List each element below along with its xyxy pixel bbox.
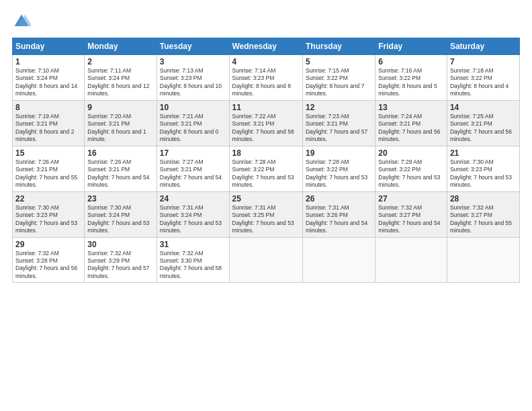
day-info: Sunrise: 7:14 AMSunset: 3:23 PMDaylight:… xyxy=(232,67,300,98)
calendar-cell xyxy=(447,237,519,283)
day-number: 2 xyxy=(87,57,153,66)
calendar-week-4: 29Sunrise: 7:32 AMSunset: 3:28 PMDayligh… xyxy=(13,237,520,283)
logo xyxy=(12,12,34,31)
calendar-cell: 28Sunrise: 7:32 AMSunset: 3:27 PMDayligh… xyxy=(447,191,519,237)
calendar-week-2: 15Sunrise: 7:26 AMSunset: 3:21 PMDayligh… xyxy=(13,146,520,191)
calendar-cell: 31Sunrise: 7:32 AMSunset: 3:30 PMDayligh… xyxy=(157,237,229,283)
day-number: 30 xyxy=(87,240,153,249)
calendar-cell: 3Sunrise: 7:13 AMSunset: 3:23 PMDaylight… xyxy=(157,55,229,101)
calendar-cell: 1Sunrise: 7:10 AMSunset: 3:24 PMDaylight… xyxy=(13,55,85,101)
day-number: 27 xyxy=(378,194,444,203)
day-info: Sunrise: 7:30 AMSunset: 3:23 PMDaylight:… xyxy=(15,204,81,235)
day-info: Sunrise: 7:28 AMSunset: 3:22 PMDaylight:… xyxy=(232,158,300,189)
calendar-cell: 23Sunrise: 7:30 AMSunset: 3:24 PMDayligh… xyxy=(85,191,157,237)
calendar-cell: 22Sunrise: 7:30 AMSunset: 3:23 PMDayligh… xyxy=(13,191,85,237)
day-info: Sunrise: 7:24 AMSunset: 3:21 PMDaylight:… xyxy=(378,113,444,144)
calendar-cell: 2Sunrise: 7:11 AMSunset: 3:24 PMDaylight… xyxy=(85,55,157,101)
day-number: 19 xyxy=(306,148,372,158)
day-of-week-thursday: Thursday xyxy=(302,38,375,55)
day-info: Sunrise: 7:29 AMSunset: 3:22 PMDaylight:… xyxy=(378,158,444,189)
calendar-cell: 9Sunrise: 7:20 AMSunset: 3:21 PMDaylight… xyxy=(85,100,157,146)
day-number: 5 xyxy=(306,57,372,66)
calendar-cell: 18Sunrise: 7:28 AMSunset: 3:22 PMDayligh… xyxy=(229,146,302,191)
day-number: 4 xyxy=(232,57,300,66)
day-of-week-sunday: Sunday xyxy=(13,38,85,55)
day-info: Sunrise: 7:26 AMSunset: 3:21 PMDaylight:… xyxy=(87,158,153,189)
calendar: SundayMondayTuesdayWednesdayThursdayFrid… xyxy=(12,38,520,283)
day-number: 31 xyxy=(160,240,226,249)
calendar-week-1: 8Sunrise: 7:19 AMSunset: 3:21 PMDaylight… xyxy=(13,100,520,146)
day-info: Sunrise: 7:32 AMSunset: 3:27 PMDaylight:… xyxy=(450,204,517,235)
day-of-week-wednesday: Wednesday xyxy=(229,38,302,55)
day-of-week-friday: Friday xyxy=(375,38,447,55)
day-info: Sunrise: 7:25 AMSunset: 3:21 PMDaylight:… xyxy=(450,113,517,144)
calendar-cell: 11Sunrise: 7:22 AMSunset: 3:21 PMDayligh… xyxy=(229,100,302,146)
day-number: 21 xyxy=(450,148,517,158)
day-info: Sunrise: 7:15 AMSunset: 3:22 PMDaylight:… xyxy=(306,67,372,98)
calendar-cell: 13Sunrise: 7:24 AMSunset: 3:21 PMDayligh… xyxy=(375,100,447,146)
day-number: 16 xyxy=(87,148,153,158)
calendar-cell: 8Sunrise: 7:19 AMSunset: 3:21 PMDaylight… xyxy=(13,100,85,146)
calendar-cell xyxy=(375,237,447,283)
day-info: Sunrise: 7:30 AMSunset: 3:24 PMDaylight:… xyxy=(87,204,153,235)
day-info: Sunrise: 7:31 AMSunset: 3:25 PMDaylight:… xyxy=(232,204,300,235)
day-info: Sunrise: 7:19 AMSunset: 3:21 PMDaylight:… xyxy=(15,113,81,144)
calendar-cell xyxy=(302,237,375,283)
calendar-week-0: 1Sunrise: 7:10 AMSunset: 3:24 PMDaylight… xyxy=(13,55,520,101)
day-number: 3 xyxy=(160,57,226,66)
day-number: 29 xyxy=(15,240,81,249)
calendar-cell xyxy=(229,237,302,283)
day-info: Sunrise: 7:16 AMSunset: 3:22 PMDaylight:… xyxy=(378,67,444,98)
calendar-cell: 15Sunrise: 7:26 AMSunset: 3:21 PMDayligh… xyxy=(13,146,85,191)
calendar-cell: 29Sunrise: 7:32 AMSunset: 3:28 PMDayligh… xyxy=(13,237,85,283)
day-number: 18 xyxy=(232,148,300,158)
calendar-cell: 20Sunrise: 7:29 AMSunset: 3:22 PMDayligh… xyxy=(375,146,447,191)
day-number: 8 xyxy=(15,103,81,112)
calendar-cell: 26Sunrise: 7:31 AMSunset: 3:26 PMDayligh… xyxy=(302,191,375,237)
calendar-header-row: SundayMondayTuesdayWednesdayThursdayFrid… xyxy=(13,38,520,55)
day-info: Sunrise: 7:31 AMSunset: 3:26 PMDaylight:… xyxy=(306,204,372,235)
calendar-cell: 19Sunrise: 7:28 AMSunset: 3:22 PMDayligh… xyxy=(302,146,375,191)
day-of-week-monday: Monday xyxy=(85,38,157,55)
calendar-cell: 12Sunrise: 7:23 AMSunset: 3:21 PMDayligh… xyxy=(302,100,375,146)
day-number: 28 xyxy=(450,194,517,203)
day-info: Sunrise: 7:32 AMSunset: 3:30 PMDaylight:… xyxy=(160,250,226,281)
day-info: Sunrise: 7:22 AMSunset: 3:21 PMDaylight:… xyxy=(232,113,300,144)
day-info: Sunrise: 7:23 AMSunset: 3:21 PMDaylight:… xyxy=(306,113,372,144)
day-number: 26 xyxy=(306,194,372,203)
day-number: 17 xyxy=(160,148,226,158)
day-info: Sunrise: 7:32 AMSunset: 3:29 PMDaylight:… xyxy=(87,250,153,281)
calendar-cell: 30Sunrise: 7:32 AMSunset: 3:29 PMDayligh… xyxy=(85,237,157,283)
day-number: 15 xyxy=(15,148,81,158)
day-number: 22 xyxy=(15,194,81,203)
day-info: Sunrise: 7:21 AMSunset: 3:21 PMDaylight:… xyxy=(160,113,226,144)
calendar-cell: 14Sunrise: 7:25 AMSunset: 3:21 PMDayligh… xyxy=(447,100,519,146)
day-number: 14 xyxy=(450,103,517,112)
day-of-week-tuesday: Tuesday xyxy=(157,38,229,55)
day-number: 7 xyxy=(450,57,517,66)
header xyxy=(12,12,520,31)
day-number: 9 xyxy=(87,103,153,112)
day-number: 1 xyxy=(15,57,81,66)
day-info: Sunrise: 7:26 AMSunset: 3:21 PMDaylight:… xyxy=(15,158,81,189)
day-number: 12 xyxy=(306,103,372,112)
page: SundayMondayTuesdayWednesdayThursdayFrid… xyxy=(0,0,532,411)
day-info: Sunrise: 7:31 AMSunset: 3:24 PMDaylight:… xyxy=(160,204,226,235)
day-info: Sunrise: 7:27 AMSunset: 3:21 PMDaylight:… xyxy=(160,158,226,189)
calendar-week-3: 22Sunrise: 7:30 AMSunset: 3:23 PMDayligh… xyxy=(13,191,520,237)
day-info: Sunrise: 7:18 AMSunset: 3:22 PMDaylight:… xyxy=(450,67,517,98)
day-number: 25 xyxy=(232,194,300,203)
day-number: 24 xyxy=(160,194,226,203)
day-info: Sunrise: 7:32 AMSunset: 3:28 PMDaylight:… xyxy=(15,250,81,281)
day-of-week-saturday: Saturday xyxy=(447,38,519,55)
calendar-cell: 25Sunrise: 7:31 AMSunset: 3:25 PMDayligh… xyxy=(229,191,302,237)
calendar-cell: 21Sunrise: 7:30 AMSunset: 3:23 PMDayligh… xyxy=(447,146,519,191)
calendar-cell: 6Sunrise: 7:16 AMSunset: 3:22 PMDaylight… xyxy=(375,55,447,101)
calendar-cell: 16Sunrise: 7:26 AMSunset: 3:21 PMDayligh… xyxy=(85,146,157,191)
logo-icon xyxy=(12,12,31,31)
calendar-cell: 5Sunrise: 7:15 AMSunset: 3:22 PMDaylight… xyxy=(302,55,375,101)
day-info: Sunrise: 7:11 AMSunset: 3:24 PMDaylight:… xyxy=(87,67,153,98)
calendar-cell: 24Sunrise: 7:31 AMSunset: 3:24 PMDayligh… xyxy=(157,191,229,237)
calendar-cell: 10Sunrise: 7:21 AMSunset: 3:21 PMDayligh… xyxy=(157,100,229,146)
calendar-cell: 7Sunrise: 7:18 AMSunset: 3:22 PMDaylight… xyxy=(447,55,519,101)
